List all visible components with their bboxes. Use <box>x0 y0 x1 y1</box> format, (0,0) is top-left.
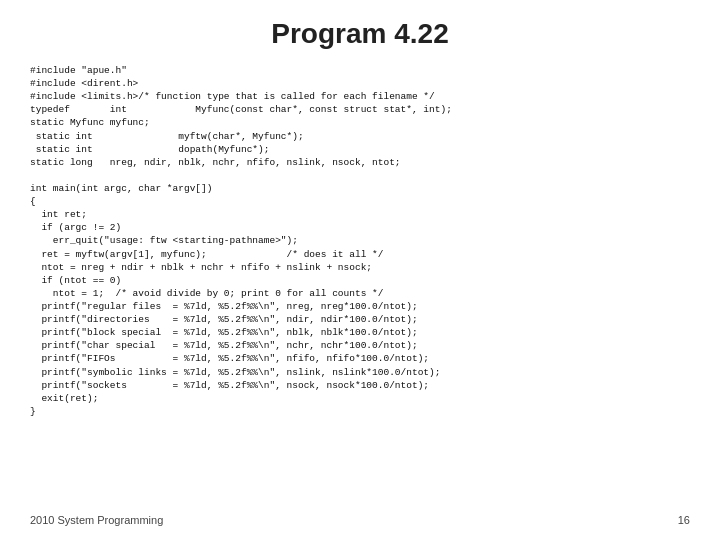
footer-right: 16 <box>678 514 690 526</box>
footer: 2010 System Programming 16 <box>30 514 690 526</box>
footer-left: 2010 System Programming <box>30 514 163 526</box>
code-content: #include "apue.h" #include <dirent.h> #i… <box>30 64 690 418</box>
page: Program 4.22 #include "apue.h" #include … <box>0 0 720 540</box>
page-title: Program 4.22 <box>30 18 690 50</box>
